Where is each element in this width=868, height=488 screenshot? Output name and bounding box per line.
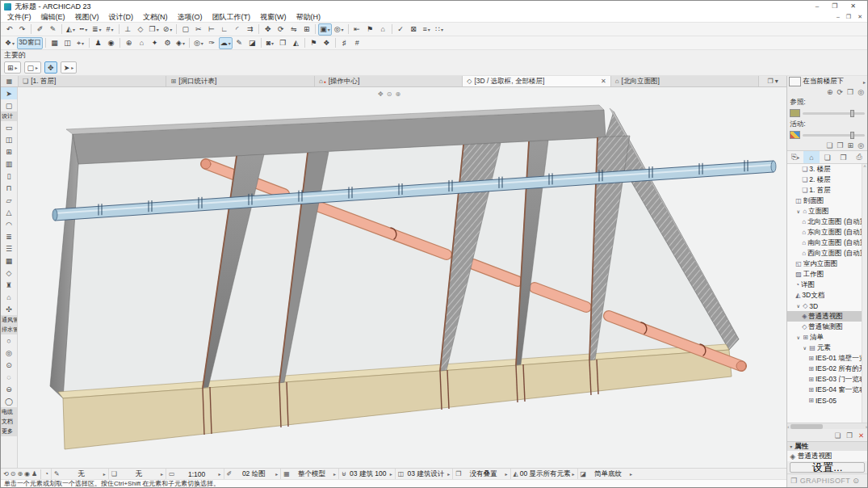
offset-icon[interactable]: ⇉ [244, 23, 256, 36]
grab-mode-button[interactable]: ✥ [44, 61, 57, 74]
status-scale[interactable]: ▭ 1:100 ▸ [166, 469, 224, 479]
delete-icon[interactable]: ✕ [858, 431, 864, 440]
stair-tool[interactable]: ≣ [1, 230, 17, 242]
window-tool[interactable]: ⊞ [1, 145, 17, 158]
close-button[interactable]: ✕ [850, 3, 856, 10]
suspend-groups-icon[interactable]: ▢ [179, 23, 191, 36]
look-around-icon[interactable]: ◉ [105, 37, 117, 49]
orbit-icon[interactable]: ⊕ [123, 37, 135, 49]
favorites-icon[interactable]: ◭ ▾ [65, 23, 77, 36]
status-structure-display[interactable]: ▦ 整个模型 ▸ [280, 469, 338, 479]
tree-elevation-south[interactable]: ⌂ 南向立面图 (自动重 [787, 238, 867, 248]
tab-north-elevation[interactable]: ⌂ [北向立面图] [611, 76, 759, 86]
dimension-icon[interactable]: ⇤ [351, 23, 363, 36]
maximize-button[interactable]: ❐ [832, 3, 837, 10]
tree-generic-axonometry[interactable]: ◇ 普通轴测图 [787, 322, 867, 332]
zone-tool[interactable]: ⌂ [1, 291, 17, 303]
pipe-terminal-tool[interactable]: ◯ [1, 395, 17, 407]
chevron-right-icon[interactable]: ▸ [863, 79, 866, 85]
lock-elements-icon[interactable]: ⊘ ▾ [161, 23, 174, 36]
equipment-tool[interactable]: ✣ [1, 303, 17, 315]
paint-surface-icon[interactable]: ✎ [233, 37, 245, 49]
coordinate-icon[interactable]: ♯ [338, 37, 350, 49]
active-opacity-slider[interactable] [803, 134, 865, 137]
label-icon[interactable]: ⚑ [364, 23, 376, 36]
settings-button[interactable]: 设置... [790, 462, 865, 473]
menu-design[interactable]: 设计(D) [104, 12, 139, 23]
tree-elevation-east[interactable]: ⌂ 东向立面图 (自动重 [787, 227, 867, 238]
tree-ies-02[interactable]: ⊞ IES-02 所有的开口 [787, 364, 867, 374]
pipe-straight-tool[interactable]: ○ [1, 334, 17, 347]
tree-generic-perspective[interactable]: ◈ 普通透视图 [787, 311, 867, 322]
nav-magnify-icon[interactable]: ◔ [44, 470, 48, 477]
roof-tool[interactable]: △ [1, 206, 17, 218]
nav-zoom-out-icon[interactable]: ⊙ [10, 470, 16, 477]
nav-back-icon[interactable]: ⟲ [3, 470, 9, 477]
object-tool[interactable]: ♜ [1, 279, 17, 291]
tab-list-icon[interactable]: ▾ [775, 78, 778, 85]
find-select-icon[interactable]: ◎ ▾ [333, 23, 346, 36]
trace-reference-dropdown[interactable]: 在当前楼层下 [803, 77, 844, 86]
new-folder-icon[interactable]: ❏ [835, 431, 841, 440]
tree-vertical-scrollbar[interactable]: ˄ [862, 164, 867, 423]
doc-restore-button[interactable]: ❐ [846, 14, 851, 20]
profile-chooser-icon[interactable]: ❖ ▾ [3, 37, 16, 49]
tree-story-1[interactable]: ❏ 1. 首层 [787, 185, 867, 196]
menu-window[interactable]: 视窗(W) [255, 12, 291, 23]
line-type-icon[interactable]: ╍ ▾ [78, 23, 90, 36]
curtain-wall-tool[interactable]: ▥ [1, 158, 17, 170]
tab-action-center[interactable]: ⌂ ● [操作中心] [315, 76, 463, 86]
markup-icon[interactable]: ⚑ [308, 37, 320, 49]
column-tool[interactable]: ▯ [1, 170, 17, 182]
move-reference-icon[interactable]: ❏ [826, 141, 832, 149]
tab-opening-schedule[interactable]: ⊞ [洞口统计表] [166, 76, 314, 86]
tree-elevation-north[interactable]: ⌂ 北向立面图 (自动重 [787, 217, 867, 227]
doc-minimize-button[interactable]: – [837, 14, 840, 20]
home-view-icon[interactable]: ⌂ [136, 37, 148, 49]
section-view-icon[interactable]: ◫ [61, 37, 73, 49]
door-tool[interactable]: ◫ [1, 133, 17, 145]
tree-schedules[interactable]: ∨ ⊞ 清单 [787, 332, 867, 343]
navigator-chooser-icon[interactable]: ⎘▸ [787, 151, 803, 163]
nav-pan-icon[interactable]: ◉ [24, 470, 30, 477]
rotate-icon[interactable]: ⟳ [275, 23, 287, 36]
tree-details[interactable]: ◔ 详图 [787, 280, 867, 290]
rotate-reference-icon[interactable]: ❐ [837, 141, 844, 149]
coordinate-input-button[interactable]: ⊞ ▸ [4, 61, 21, 74]
tree-3d[interactable]: ∨ ◇ 3D [787, 301, 867, 311]
minimize-button[interactable]: – [816, 3, 819, 10]
tree-worksheets[interactable]: ▨ 工作图 [787, 269, 867, 280]
status-overlay[interactable]: ❐ 没有叠置 ▸ [452, 469, 509, 479]
tree-elevation-west[interactable]: ⌂ 西向立面图 (自动重 [787, 248, 867, 259]
doc-close-button[interactable]: ✕ [858, 14, 862, 20]
status-layer-combination[interactable]: ⊎ 03 建筑 100 ▸ [338, 469, 395, 479]
menu-help[interactable]: 帮助(H) [291, 12, 326, 23]
solid-operations-icon[interactable]: ⊠ [408, 23, 420, 36]
layers-icon[interactable]: ≣ ▾ [90, 23, 103, 36]
reference-color-swatch[interactable] [790, 109, 800, 117]
redo-icon[interactable]: ↷ [16, 23, 28, 36]
status-shading[interactable]: ◪ 简单底纹 ▸ [577, 469, 635, 479]
clone-folder-icon[interactable]: ❐ [846, 431, 853, 440]
snap-grid-icon[interactable]: # [351, 37, 363, 49]
align-icon[interactable]: ≡ ▾ [421, 23, 433, 36]
shell-tool[interactable]: ◠ [1, 218, 17, 230]
arrow-options-button[interactable]: ➤ ▸ [61, 61, 78, 74]
status-favorite[interactable]: ✎ 无 ▸ [51, 469, 108, 479]
menu-teamwork[interactable]: 团队工作(T) [208, 12, 256, 23]
sun-settings-icon[interactable]: ✦ [149, 37, 161, 49]
layout-book-tab[interactable]: ❐ [836, 151, 852, 163]
tree-horizontal-scrollbar[interactable]: ‹ › [787, 423, 867, 429]
tree-3d-documents[interactable]: ◭ 3D文档 [787, 290, 867, 301]
undo-icon[interactable]: ↶ [3, 23, 15, 36]
sketch-style-icon[interactable]: ✑ [206, 37, 218, 49]
slab-tool[interactable]: ▱ [1, 194, 17, 206]
status-dimension-standard[interactable]: ◫ 03 建筑设计 ▸ [395, 469, 453, 479]
camera-view-icon[interactable]: ⌖ ▾ [74, 37, 86, 49]
wall-tool[interactable]: ▭ [1, 121, 17, 133]
tab-overview-icon[interactable]: ▦ [1, 76, 19, 86]
eye-reference-icon[interactable]: ◎ [858, 141, 864, 149]
pick-up-parameters-icon[interactable]: ✐ [34, 23, 46, 36]
reference-options-icon[interactable]: ◎ [858, 88, 864, 96]
adjust-icon[interactable]: ⊢ [205, 23, 217, 36]
